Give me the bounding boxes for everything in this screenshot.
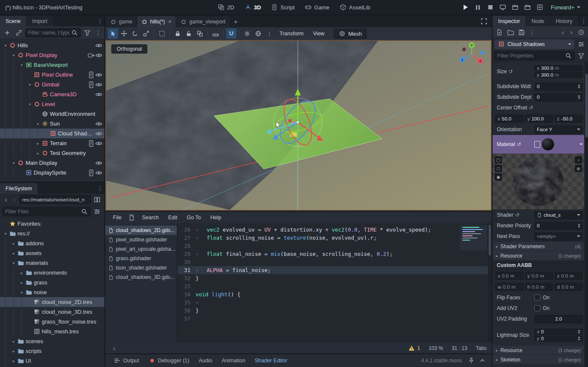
shader-menu-go-to[interactable]: Go To bbox=[182, 213, 205, 222]
uv2-padding-field[interactable]: 2.0 bbox=[534, 315, 583, 323]
inspector-menu-icon[interactable]: ⋮ bbox=[579, 17, 588, 24]
aabb-z-field[interactable]: z0.0m bbox=[554, 272, 583, 280]
code-line-37[interactable]: 37 bbox=[178, 315, 492, 323]
group-tool-button[interactable] bbox=[195, 29, 205, 39]
tab-node[interactable]: Node bbox=[526, 16, 550, 26]
spinner-arrows-icon[interactable] bbox=[578, 95, 580, 99]
property-filter-input[interactable] bbox=[497, 53, 563, 59]
code-minimap[interactable] bbox=[460, 226, 487, 250]
spinner-arrows-icon[interactable] bbox=[578, 336, 580, 341]
scale-tool-button[interactable] bbox=[141, 29, 151, 39]
bottom-panel-shader-editor[interactable]: Shader Editor bbox=[251, 356, 291, 365]
preview-light-icon[interactable]: ☼ bbox=[575, 156, 582, 163]
inspector-scroll-area[interactable]: Size ↺ x300.0m y300.0m Subdivide Widt bbox=[493, 62, 588, 367]
scene-node-cloud-shadows[interactable]: Cloud Shadows bbox=[0, 129, 104, 138]
fs-item-cloud-noise-3d-tres[interactable]: cloud_noise_3D.tres bbox=[0, 307, 104, 317]
bottom-panel-audio[interactable]: Audio bbox=[194, 356, 216, 365]
shader-file-grass-gdshader[interactable]: grass.gdshader bbox=[105, 254, 177, 263]
scene-filter-input[interactable] bbox=[28, 30, 69, 36]
stop-button[interactable] bbox=[485, 2, 496, 12]
workspace-game[interactable]: Game bbox=[300, 2, 334, 12]
collapse-arrow-icon[interactable]: ▾ bbox=[19, 63, 25, 67]
expand-arrow-icon[interactable]: ▸ bbox=[35, 151, 41, 155]
path-input[interactable] bbox=[22, 197, 88, 202]
tab-scene[interactable]: Scene bbox=[0, 16, 26, 26]
preview-quad-icon[interactable]: ▣ bbox=[495, 173, 502, 181]
tab-filesystem[interactable]: FileSystem bbox=[0, 183, 37, 194]
nav-back-icon[interactable]: ‹ bbox=[2, 196, 10, 203]
collapse-arrow-icon[interactable]: ▾ bbox=[11, 161, 17, 165]
scene-node-level[interactable]: ▾Level bbox=[0, 99, 104, 109]
add-node-button[interactable] bbox=[2, 28, 12, 38]
revert-icon[interactable]: ↺ bbox=[508, 69, 513, 75]
warnings-indicator[interactable]: 1 bbox=[408, 345, 420, 352]
lightmap-x-spinner[interactable]: x0 bbox=[534, 329, 583, 335]
aabb-d-field[interactable]: d0.0m bbox=[554, 283, 583, 291]
history-icon[interactable] bbox=[576, 27, 586, 37]
lock-tool-button[interactable] bbox=[173, 29, 183, 39]
shader-select[interactable]: cloud_s bbox=[534, 211, 583, 219]
collapse-arrow-icon[interactable]: ▾ bbox=[3, 232, 9, 236]
preview-box-icon[interactable]: ▢ bbox=[495, 165, 502, 172]
scene-dock-menu-icon[interactable]: ⋮ bbox=[96, 17, 104, 24]
code-line-30[interactable]: 30 bbox=[178, 258, 492, 266]
code-line-32[interactable]: 32} bbox=[178, 274, 492, 282]
flip-faces-checkbox[interactable] bbox=[534, 295, 540, 301]
rotate-tool-button[interactable] bbox=[130, 29, 140, 39]
size-x-field[interactable]: x300.0m bbox=[534, 65, 583, 71]
new-resource-icon[interactable] bbox=[494, 27, 504, 37]
visibility-eye-icon[interactable] bbox=[95, 81, 103, 88]
view-menu[interactable]: View bbox=[309, 29, 329, 38]
renderer-select[interactable]: Forward+ bbox=[547, 4, 583, 11]
spinner-arrows-icon[interactable] bbox=[578, 330, 580, 334]
scene-node-terrain[interactable]: ▸Terrain bbox=[0, 138, 104, 148]
expand-arrow-icon[interactable]: ▸ bbox=[19, 271, 25, 275]
code-line-29[interactable]: 29»float final_noise = mix(base_noise, s… bbox=[178, 250, 492, 258]
render-priority-spinner[interactable]: 0 bbox=[534, 222, 583, 230]
script-badge-icon[interactable] bbox=[87, 72, 95, 78]
close-icon[interactable]: × bbox=[168, 19, 171, 25]
save-resource-icon[interactable] bbox=[516, 27, 527, 37]
shader-menu-search[interactable]: Search bbox=[138, 213, 163, 222]
fs-item-scripts[interactable]: ▸scripts bbox=[0, 346, 104, 356]
viewport-extra-menu-icon[interactable]: ⋮ bbox=[264, 29, 274, 39]
play-button[interactable] bbox=[460, 2, 471, 12]
collapse-arrow-icon[interactable]: ▾ bbox=[35, 122, 41, 126]
scene-node-main-display[interactable]: ▾Main Display bbox=[0, 158, 104, 168]
scene-tab-game-viewport[interactable]: game_viewport bbox=[176, 16, 230, 27]
script-badge-icon[interactable] bbox=[87, 169, 95, 176]
center-offset-y-field[interactable]: y100.0 bbox=[525, 115, 553, 123]
collapse-arrow-icon[interactable]: ▾ bbox=[11, 261, 17, 265]
visibility-eye-icon[interactable] bbox=[95, 160, 103, 166]
revert-icon[interactable]: ↺ bbox=[515, 212, 519, 218]
fs-item-environments[interactable]: ▸environments bbox=[0, 268, 104, 278]
expand-arrow-icon[interactable]: ▸ bbox=[11, 349, 17, 353]
shader-docs-icon[interactable] bbox=[127, 212, 137, 223]
pause-button[interactable] bbox=[473, 2, 484, 12]
spinner-arrows-icon[interactable] bbox=[578, 224, 580, 228]
scene-tree-menu-icon[interactable]: ⋮ bbox=[94, 29, 102, 36]
edited-object-select[interactable]: Cloud Shadows bbox=[494, 40, 574, 49]
tab-import[interactable]: Import bbox=[26, 16, 52, 26]
3d-scene[interactable]: Y X Z bbox=[106, 41, 491, 210]
mesh-menu[interactable]: Mesh bbox=[334, 29, 367, 39]
aabb-x-field[interactable]: x0.0m bbox=[495, 272, 524, 280]
preview-sphere-icon[interactable]: ◯ bbox=[495, 156, 502, 163]
scene-node-camera3d[interactable]: Camera3D bbox=[0, 89, 104, 99]
scene-tab-game[interactable]: game bbox=[106, 16, 136, 27]
renderer-grid-icon[interactable] bbox=[534, 2, 545, 12]
distraction-free-icon[interactable] bbox=[479, 16, 489, 26]
visibility-eye-icon[interactable] bbox=[95, 140, 103, 147]
section-skeleton[interactable]: ▸Skeleton (1 change) bbox=[493, 355, 584, 364]
move-tool-button[interactable] bbox=[119, 29, 129, 39]
expand-arrow-icon[interactable]: ▸ bbox=[35, 141, 41, 146]
visibility-eye-icon[interactable] bbox=[95, 120, 103, 127]
code-line-26[interactable]: 26»vec2 evolved_uv = UV + distortion.xy … bbox=[178, 226, 492, 234]
fs-item-hills-mesh-tres[interactable]: hills_mesh.tres bbox=[0, 327, 104, 336]
ruler-tool-button[interactable] bbox=[210, 29, 221, 39]
code-line-27[interactable]: 27»float scrolling_noise = texture(noise… bbox=[178, 234, 492, 242]
filesystem-menu-icon[interactable]: ⋮ bbox=[96, 185, 104, 192]
code-line-34[interactable]: 34void light() { bbox=[178, 290, 492, 298]
size-y-field[interactable]: y300.0m bbox=[534, 72, 583, 78]
material-value[interactable] bbox=[533, 137, 584, 152]
